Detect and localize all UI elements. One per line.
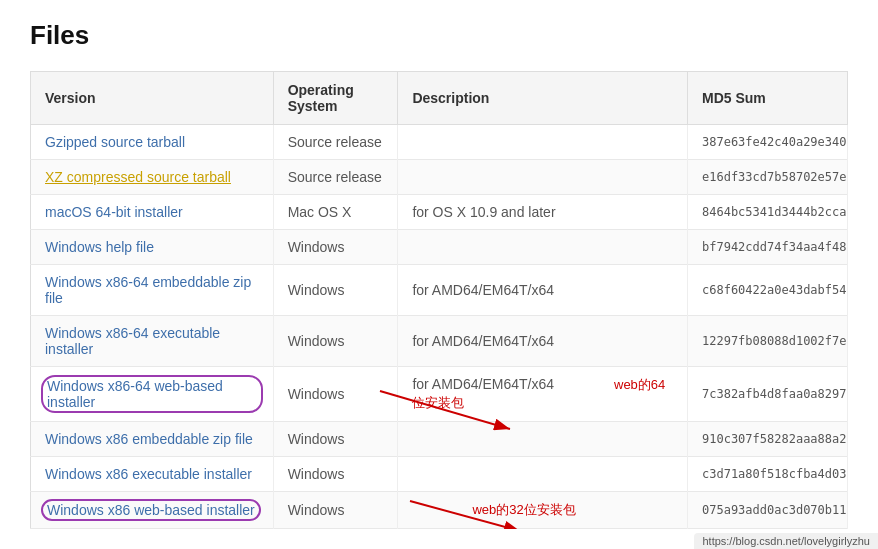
files-table-container: Version Operating System Description MD5…: [30, 71, 848, 529]
annotation-label: web的32位安装包: [472, 502, 575, 517]
cell-description: web的32位安装包: [398, 492, 688, 529]
page-title: Files: [30, 20, 848, 51]
col-description: Description: [398, 72, 688, 125]
cell-version: macOS 64-bit installer: [31, 195, 274, 230]
table-row: XZ compressed source tarballSource relea…: [31, 160, 848, 195]
col-md5: MD5 Sum: [687, 72, 847, 125]
cell-version: Windows x86 web-based installer: [31, 492, 274, 529]
cell-md5: e16df33cd7b58702e57e13: [687, 160, 847, 195]
cell-md5: 7c382afb4d8faa0a82973e4: [687, 367, 847, 422]
cell-md5: 075a93add0ac3d070b113f: [687, 492, 847, 529]
cell-os: Source release: [273, 125, 398, 160]
cell-version: Windows x86-64 web-based installer: [31, 367, 274, 422]
file-link[interactable]: Windows x86 executable installer: [45, 466, 252, 482]
table-row: Windows x86-64 executable installerWindo…: [31, 316, 848, 367]
table-row: Windows x86 embeddable zip fileWindows91…: [31, 422, 848, 457]
col-version: Version: [31, 72, 274, 125]
file-link[interactable]: Windows x86 embeddable zip file: [45, 431, 253, 447]
table-row: Windows x86-64 web-based installerWindow…: [31, 367, 848, 422]
table-row: Windows help fileWindowsbf7942cdd74f34aa…: [31, 230, 848, 265]
cell-description: for AMD64/EM64T/x64web的64位安装包: [398, 367, 688, 422]
cell-description: [398, 230, 688, 265]
cell-version: Windows x86-64 embeddable zip file: [31, 265, 274, 316]
cell-md5: 12297fb08088d1002f7e93a: [687, 316, 847, 367]
cell-md5: 910c307f58282aaa88a2e96: [687, 422, 847, 457]
cell-version: Windows x86-64 executable installer: [31, 316, 274, 367]
cell-description: for OS X 10.9 and later: [398, 195, 688, 230]
cell-os: Windows: [273, 492, 398, 529]
annotation-label: web的64位安装包: [412, 377, 665, 410]
cell-md5: 387e63fe42c40a29e3408ce: [687, 125, 847, 160]
file-link[interactable]: XZ compressed source tarball: [45, 169, 231, 185]
cell-os: Source release: [273, 160, 398, 195]
file-link[interactable]: macOS 64-bit installer: [45, 204, 183, 220]
url-bar: https://blog.csdn.net/lovelygirlyzhu: [694, 533, 878, 549]
cell-version: XZ compressed source tarball: [31, 160, 274, 195]
cell-description: for AMD64/EM64T/x64: [398, 265, 688, 316]
file-link[interactable]: Windows help file: [45, 239, 154, 255]
files-table: Version Operating System Description MD5…: [30, 71, 848, 529]
cell-os: Windows: [273, 457, 398, 492]
table-header-row: Version Operating System Description MD5…: [31, 72, 848, 125]
table-row: Gzipped source tarballSource release387e…: [31, 125, 848, 160]
cell-description: [398, 457, 688, 492]
cell-os: Windows: [273, 367, 398, 422]
file-link[interactable]: Gzipped source tarball: [45, 134, 185, 150]
file-link[interactable]: Windows x86-64 embeddable zip file: [45, 274, 251, 306]
cell-version: Gzipped source tarball: [31, 125, 274, 160]
cell-version: Windows help file: [31, 230, 274, 265]
cell-description: [398, 422, 688, 457]
cell-version: Windows x86 executable installer: [31, 457, 274, 492]
cell-description: [398, 160, 688, 195]
table-row: Windows x86 executable installerWindowsc…: [31, 457, 848, 492]
col-os: Operating System: [273, 72, 398, 125]
file-link[interactable]: Windows x86-64 web-based installer: [45, 394, 259, 410]
table-row: Windows x86-64 embeddable zip fileWindow…: [31, 265, 848, 316]
cell-os: Mac OS X: [273, 195, 398, 230]
cell-description: [398, 125, 688, 160]
cell-md5: c68f60422a0e43dabf54b84: [687, 265, 847, 316]
table-row: Windows x86 web-based installerWindowswe…: [31, 492, 848, 529]
cell-os: Windows: [273, 265, 398, 316]
cell-md5: c3d71a80f518cfba4d038de: [687, 457, 847, 492]
file-link[interactable]: Windows x86 web-based installer: [45, 502, 257, 518]
cell-os: Windows: [273, 230, 398, 265]
cell-md5: 8464bc5341d3444b2ccad0: [687, 195, 847, 230]
file-link[interactable]: Windows x86-64 executable installer: [45, 325, 220, 357]
cell-os: Windows: [273, 422, 398, 457]
table-row: macOS 64-bit installerMac OS Xfor OS X 1…: [31, 195, 848, 230]
cell-version: Windows x86 embeddable zip file: [31, 422, 274, 457]
cell-description: for AMD64/EM64T/x64: [398, 316, 688, 367]
cell-os: Windows: [273, 316, 398, 367]
cell-md5: bf7942cdd74f34aa4f48573: [687, 230, 847, 265]
